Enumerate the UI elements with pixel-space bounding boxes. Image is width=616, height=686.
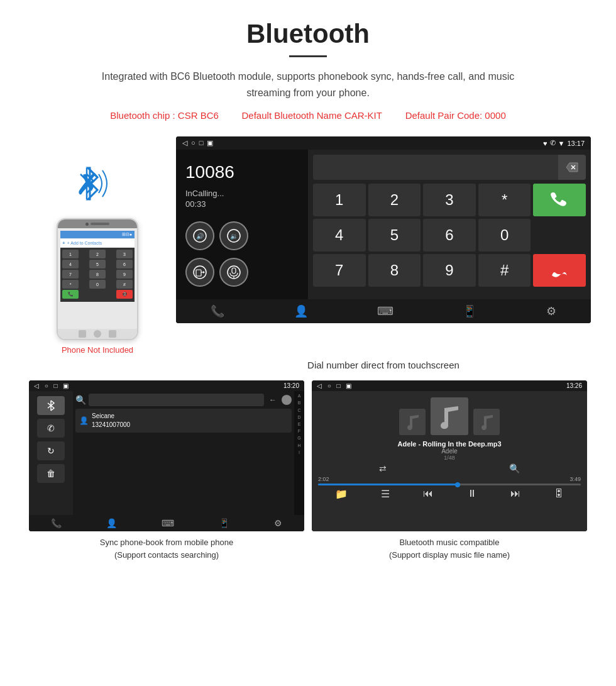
phone-key-1[interactable]: 1 bbox=[62, 250, 79, 258]
phone-key-3[interactable]: 3 bbox=[116, 250, 133, 258]
phone-keypad-row-3: 7 8 9 bbox=[62, 270, 133, 279]
page-description: Integrated with BC6 Bluetooth module, su… bbox=[88, 69, 528, 101]
music-nav-left: ◁ ○ □ ▣ bbox=[317, 382, 351, 389]
shuffle-btn[interactable]: ⇄ bbox=[379, 463, 387, 473]
phone-keypad: 1 2 3 4 5 6 7 8 9 * bbox=[60, 248, 135, 302]
spec-name: Default Bluetooth Name CAR-KIT bbox=[242, 110, 382, 121]
pb-nav-contacts[interactable]: 👤 bbox=[106, 518, 117, 528]
pb-contact-item[interactable]: 👤 Seicane 13241007000 bbox=[75, 409, 292, 433]
progress-bar-bg[interactable] bbox=[318, 484, 581, 485]
key-4[interactable]: 4 bbox=[313, 219, 366, 252]
phonebook-screen: ◁ ○ □ ▣ 13:20 bbox=[29, 380, 304, 531]
phone-key-star[interactable]: * bbox=[62, 280, 79, 289]
contact-name: Seicane bbox=[92, 412, 130, 421]
nav-4: ▣ bbox=[207, 139, 213, 147]
phone-key-4[interactable]: 4 bbox=[62, 260, 79, 268]
pb-nav-keypad[interactable]: ⌨ bbox=[162, 518, 174, 528]
key-5[interactable]: 5 bbox=[368, 219, 421, 252]
pb-search-input[interactable] bbox=[89, 394, 264, 406]
pb-search-icon[interactable]: 🔍 bbox=[75, 395, 86, 405]
key-1[interactable]: 1 bbox=[313, 184, 366, 216]
phone-mockup: ⊞⊟● + + Add to Contacts 1 2 3 4 5 bbox=[57, 218, 138, 340]
volume-down-btn[interactable]: 🔉 bbox=[219, 221, 248, 250]
phone-keypad-row-2: 4 5 6 bbox=[62, 260, 133, 268]
svg-text:🔉: 🔉 bbox=[230, 232, 238, 240]
pb-back-icon[interactable]: ← bbox=[269, 396, 277, 404]
eq-icon[interactable]: 🎛 bbox=[554, 488, 564, 500]
music-panel: ◁ ○ □ ▣ 13:26 bbox=[312, 380, 587, 566]
key-hash[interactable]: # bbox=[478, 254, 531, 287]
pb-time: 13:20 bbox=[283, 382, 299, 389]
dialer-container: 10086 InCalling... 00:33 🔊 🔉 bbox=[176, 150, 591, 299]
pb-bluetooth-btn[interactable] bbox=[37, 396, 65, 415]
key-3[interactable]: 3 bbox=[423, 184, 476, 216]
phone-key-8[interactable]: 8 bbox=[89, 270, 106, 279]
nav-settings-icon[interactable]: ⚙ bbox=[546, 304, 556, 318]
phone-key-6[interactable]: 6 bbox=[116, 260, 133, 268]
transfer-btn[interactable] bbox=[185, 258, 214, 287]
nav-transfer-icon[interactable]: 📱 bbox=[463, 304, 476, 318]
pb-nav-calls[interactable]: 📞 bbox=[51, 518, 62, 528]
phone-home-btn[interactable] bbox=[94, 330, 101, 338]
music-artist: Adele bbox=[397, 448, 501, 455]
phone-camera bbox=[85, 223, 89, 226]
phone-key-end[interactable]: 📵 bbox=[116, 290, 133, 299]
key-7[interactable]: 7 bbox=[313, 254, 366, 287]
key-star[interactable]: * bbox=[478, 184, 531, 216]
folder-icon[interactable]: 📁 bbox=[335, 488, 348, 500]
pb-call-btn[interactable]: ✆ bbox=[37, 419, 65, 438]
nav-keypad-icon[interactable]: ⌨ bbox=[377, 304, 393, 318]
phone-back-btn[interactable] bbox=[79, 330, 86, 338]
page-title: Bluetooth bbox=[13, 19, 603, 49]
location-icon: ♥ bbox=[543, 140, 547, 147]
pb-sort-indicator bbox=[282, 395, 292, 405]
phone-key-2[interactable]: 2 bbox=[89, 250, 106, 258]
key-9[interactable]: 9 bbox=[423, 254, 476, 287]
dialer-caption: Dial number direct from touchscreen bbox=[0, 355, 616, 380]
phone-key-call[interactable]: 📞 bbox=[62, 290, 79, 299]
key-0[interactable]: 0 bbox=[478, 219, 531, 252]
delete-btn[interactable] bbox=[558, 155, 586, 180]
pb-nav-settings[interactable]: ⚙ bbox=[274, 518, 282, 528]
mic-btn[interactable] bbox=[219, 258, 248, 287]
call-button[interactable] bbox=[533, 184, 586, 216]
key-2[interactable]: 2 bbox=[368, 184, 421, 216]
pb-delete-btn[interactable]: 🗑 bbox=[37, 464, 65, 483]
volume-up-icon: 🔊 bbox=[193, 229, 207, 243]
key-6[interactable]: 6 bbox=[423, 219, 476, 252]
pb-nav-transfer[interactable]: 📱 bbox=[219, 518, 229, 528]
pb-bluetooth-icon bbox=[45, 399, 57, 412]
phone-keypad-row: 1 2 3 bbox=[62, 250, 133, 258]
time-current: 2:02 bbox=[318, 476, 329, 482]
nav-back: ◁ bbox=[182, 139, 187, 147]
dialer-status: InCalling... bbox=[185, 189, 299, 198]
wifi-icon: ▼ bbox=[558, 140, 565, 147]
end-call-button[interactable] bbox=[533, 254, 586, 287]
album-art-left bbox=[399, 409, 426, 435]
spec-chip: Bluetooth chip : CSR BC6 bbox=[110, 110, 219, 121]
music-search-btn[interactable]: 🔍 bbox=[509, 463, 520, 473]
bluetooth-icon-area: ✗ bbox=[72, 162, 123, 212]
transfer-icon bbox=[193, 265, 207, 279]
bluetooth-icon: ✗ bbox=[72, 162, 123, 206]
pb-sync-btn[interactable]: ↻ bbox=[37, 441, 65, 460]
playlist-icon[interactable]: ☰ bbox=[381, 488, 390, 500]
volume-up-btn[interactable]: 🔊 bbox=[185, 221, 214, 250]
music-screen-container: ◁ ○ □ ▣ 13:26 bbox=[312, 380, 587, 531]
nav-calls-icon[interactable]: 📞 bbox=[211, 304, 224, 318]
phone-speaker bbox=[91, 223, 109, 225]
android-dialer-screen: ◁ ○ □ ▣ ♥ ✆ ▼ 13:17 10086 InCalling... 0… bbox=[176, 136, 591, 323]
contact-number: 13241007000 bbox=[92, 421, 130, 429]
phone-key-0[interactable]: 0 bbox=[89, 280, 106, 289]
next-btn[interactable]: ⏭ bbox=[510, 488, 520, 500]
phone-menu-btn[interactable] bbox=[109, 330, 116, 338]
phone-key-hash[interactable]: # bbox=[116, 280, 133, 289]
phone-key-9[interactable]: 9 bbox=[116, 270, 133, 279]
play-pause-btn[interactable]: ⏸ bbox=[467, 488, 477, 500]
key-8[interactable]: 8 bbox=[368, 254, 421, 287]
progress-times: 2:02 3:49 bbox=[318, 476, 581, 482]
nav-contacts-icon[interactable]: 👤 bbox=[294, 304, 308, 318]
phone-key-7[interactable]: 7 bbox=[62, 270, 79, 279]
phone-key-5[interactable]: 5 bbox=[89, 260, 106, 268]
prev-btn[interactable]: ⏮ bbox=[423, 488, 433, 500]
